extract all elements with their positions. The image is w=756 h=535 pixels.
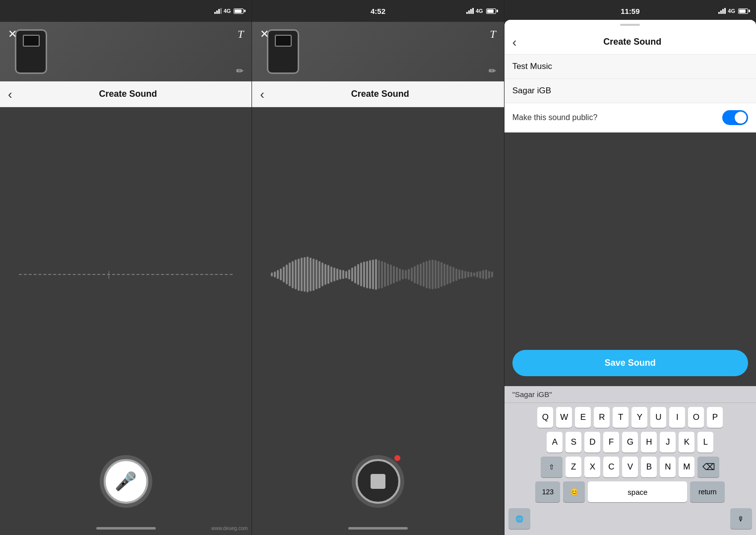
creator-name-input[interactable] (512, 86, 748, 96)
keyboard-suggestion-3: "Sagar iGB" (504, 386, 756, 403)
back-btn-2[interactable]: ‹ (260, 88, 264, 101)
sheet-nav-3: ‹ Create Sound (504, 30, 756, 55)
key-C[interactable]: C (603, 457, 619, 477)
key-K[interactable]: K (679, 432, 694, 453)
phone-outline-2 (267, 29, 299, 74)
key-123[interactable]: 123 (535, 481, 560, 502)
camera-content-1 (0, 22, 252, 81)
key-shift[interactable]: ⇧ (541, 457, 563, 477)
key-row-4: 123 😊 space return (506, 481, 754, 502)
status-signals-2: 4G (466, 8, 496, 14)
sheet-handle-3 (504, 20, 756, 30)
key-O[interactable]: O (688, 407, 704, 428)
network-text-2: 4G (476, 8, 483, 14)
key-space[interactable]: space (588, 481, 687, 502)
key-row-2: A S D F G H J K L (506, 432, 754, 453)
waveform-area-1 (0, 107, 252, 442)
key-T[interactable]: T (613, 407, 629, 428)
key-E[interactable]: E (575, 407, 591, 428)
close-btn-1[interactable]: ✕ (8, 28, 17, 41)
key-L[interactable]: L (697, 432, 713, 453)
back-btn-1[interactable]: ‹ (8, 88, 12, 101)
mic-icon-1: 🎤 (115, 471, 137, 492)
sound-name-input[interactable] (512, 62, 748, 71)
text-btn-1[interactable]: T (238, 28, 244, 41)
close-btn-2[interactable]: ✕ (260, 28, 269, 41)
dotted-waveform-1 (19, 274, 233, 275)
sheet-back-btn-3[interactable]: ‹ (512, 36, 517, 49)
key-F[interactable]: F (603, 432, 619, 453)
key-X[interactable]: X (584, 457, 600, 477)
key-N[interactable]: N (660, 457, 676, 477)
keyboard-3: Q W E R T Y U I O P A S D F G H J K (504, 403, 756, 535)
camera-preview-2: ✕ T ✏ (252, 22, 504, 81)
save-btn-container-3: Save Sound (504, 340, 756, 386)
sheet-handle-bar-3 (620, 24, 640, 26)
save-sound-button[interactable]: Save Sound (512, 350, 748, 376)
key-V[interactable]: V (622, 457, 638, 477)
key-emoji[interactable]: 😊 (563, 481, 585, 502)
camera-content-2 (252, 22, 504, 81)
sound-name-field[interactable] (504, 55, 756, 79)
stop-icon-2 (371, 474, 385, 489)
status-bar-1: 4G (0, 0, 252, 22)
nav-title-2: Create Sound (264, 89, 496, 99)
network-text-3: 4G (728, 8, 735, 14)
panel-3: 11:59 4G ✕ T ‹ Create Sound (504, 0, 756, 535)
panel-2: 4:52 4G ✕ T ✏ ‹ Create Sound (252, 0, 504, 535)
key-S[interactable]: S (566, 432, 581, 453)
home-bar-2 (348, 527, 408, 530)
key-M[interactable]: M (679, 457, 694, 477)
key-delete[interactable]: ⌫ (697, 457, 719, 477)
status-bar-3: 11:59 4G (504, 0, 756, 22)
home-indicator-2 (252, 521, 504, 535)
text-btn-2[interactable]: T (490, 28, 496, 41)
status-time-3: 11:59 (621, 7, 639, 15)
key-G[interactable]: G (622, 432, 638, 453)
key-U[interactable]: U (650, 407, 666, 428)
creator-name-field[interactable] (504, 79, 756, 103)
toggle-row-3: Make this sound public? (504, 103, 756, 133)
key-A[interactable]: A (547, 432, 563, 453)
key-I[interactable]: I (669, 407, 685, 428)
mic-button-1[interactable]: 🎤 (104, 459, 148, 504)
kb-bottom-row: 🌐 🎙 (506, 506, 754, 533)
toggle-label-3: Make this sound public? (512, 113, 722, 122)
sheet-title-3: Create Sound (516, 37, 748, 47)
key-H[interactable]: H (641, 432, 657, 453)
status-bar-2: 4:52 4G (252, 0, 504, 22)
camera-preview-1: ✕ T ✏ (0, 22, 252, 81)
signal-icon-2 (466, 8, 474, 14)
waveform-bars-2 (271, 255, 485, 294)
toggle-switch-3[interactable] (722, 110, 748, 125)
key-D[interactable]: D (584, 432, 600, 453)
stop-button-2[interactable] (356, 459, 400, 504)
spacer (533, 508, 727, 529)
key-P[interactable]: P (707, 407, 723, 428)
waveform-area-3 (504, 133, 756, 340)
status-signals-3: 4G (718, 8, 748, 14)
key-return[interactable]: return (690, 481, 725, 502)
record-area-1: 🎤 (0, 442, 252, 521)
key-R[interactable]: R (594, 407, 610, 428)
key-Q[interactable]: Q (537, 407, 553, 428)
key-globe[interactable]: 🌐 (508, 508, 530, 529)
input-section-3 (504, 55, 756, 103)
status-time-2: 4:52 (371, 7, 385, 15)
key-B[interactable]: B (641, 457, 657, 477)
key-Z[interactable]: Z (566, 457, 581, 477)
nav-title-1: Create Sound (12, 89, 244, 99)
edit-icon-2: ✏ (489, 66, 496, 76)
key-row-3: ⇧ Z X C V B N M ⌫ (506, 457, 754, 477)
key-Y[interactable]: Y (631, 407, 647, 428)
key-J[interactable]: J (660, 432, 676, 453)
key-mic[interactable]: 🎙 (730, 508, 752, 529)
panel-1: 4G ✕ T ✏ ‹ Create Sound 🎤 www.deueg.com (0, 0, 252, 535)
phone-outline-1 (15, 29, 47, 74)
nav-bar-2: ‹ Create Sound (252, 81, 504, 107)
record-area-2 (252, 442, 504, 521)
home-bar-1 (96, 527, 156, 530)
nav-bar-1: ‹ Create Sound (0, 81, 252, 107)
status-signals-1: 4G (214, 8, 244, 14)
key-W[interactable]: W (556, 407, 572, 428)
